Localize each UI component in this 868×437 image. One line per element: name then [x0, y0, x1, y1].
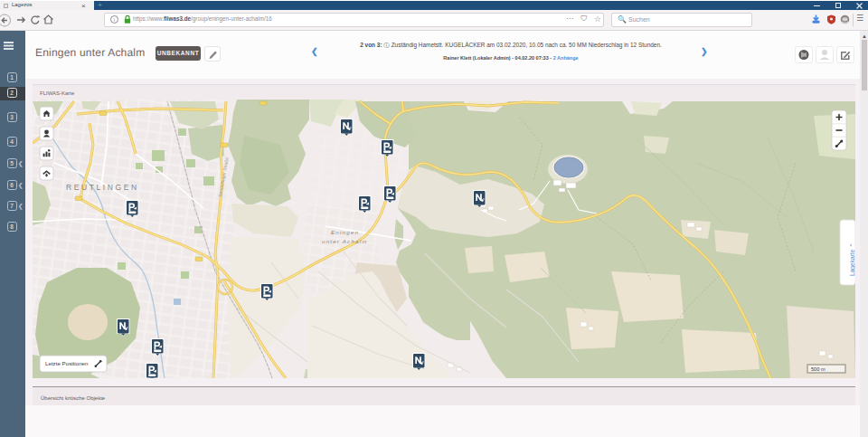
svg-text:500 m: 500 m: [811, 366, 826, 372]
svg-text:REUTLINGEN: REUTLINGEN: [66, 183, 139, 192]
svg-text:unter Achalm: unter Achalm: [322, 238, 368, 244]
svg-text:Lagekarte ⌃: Lagekarte ⌃: [849, 242, 856, 276]
svg-text:Eningen: Eningen: [331, 229, 359, 235]
svg-text:Letzte Positionen: Letzte Positionen: [45, 360, 89, 366]
